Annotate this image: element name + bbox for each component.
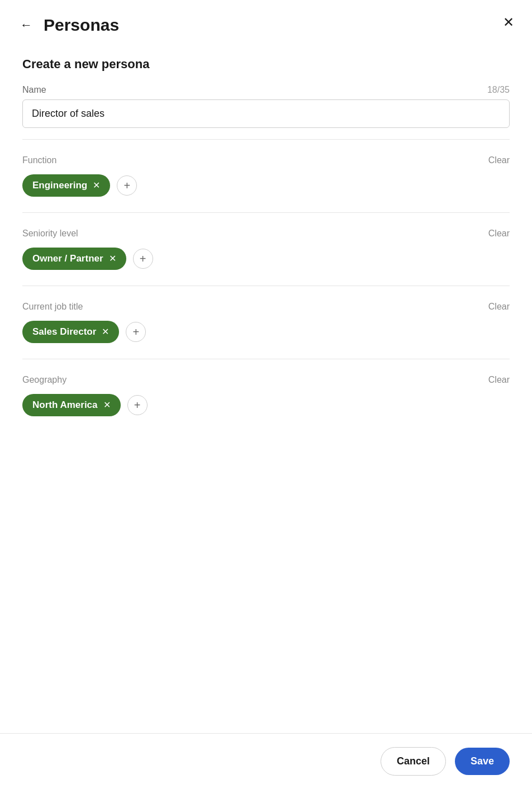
geography-tag-north-america: North America ✕ xyxy=(22,394,121,416)
cancel-button[interactable]: Cancel xyxy=(381,747,446,776)
geography-label: Geography xyxy=(22,375,66,385)
geography-section: Geography Clear North America ✕ + xyxy=(22,359,510,432)
function-tags-row: Engineering ✕ + xyxy=(22,174,510,197)
back-button[interactable]: ← xyxy=(18,16,35,35)
job-title-add-button[interactable]: + xyxy=(126,322,146,342)
content-area: Create a new persona Name 18/35 Function… xyxy=(0,44,532,733)
header: ← Personas ✕ xyxy=(0,0,532,44)
save-button[interactable]: Save xyxy=(455,748,510,775)
function-section: Function Clear Engineering ✕ + xyxy=(22,139,510,212)
job-title-tag-sales-director-remove[interactable]: ✕ xyxy=(102,327,109,336)
job-title-tag-sales-director: Sales Director ✕ xyxy=(22,321,119,343)
seniority-clear-button[interactable]: Clear xyxy=(488,229,510,239)
seniority-header: Seniority level Clear xyxy=(22,229,510,239)
seniority-section: Seniority level Clear Owner / Partner ✕ … xyxy=(22,212,510,286)
footer: Cancel Save xyxy=(0,733,532,789)
seniority-tag-owner-partner-label: Owner / Partner xyxy=(32,253,103,264)
function-tag-engineering-label: Engineering xyxy=(32,180,87,191)
function-label: Function xyxy=(22,155,56,165)
geography-tag-north-america-label: North America xyxy=(32,400,98,411)
name-label: Name xyxy=(22,85,46,95)
geography-header: Geography Clear xyxy=(22,375,510,385)
name-input[interactable] xyxy=(22,99,510,128)
seniority-add-button[interactable]: + xyxy=(133,249,153,269)
seniority-tag-owner-partner-remove[interactable]: ✕ xyxy=(109,254,116,263)
job-title-label: Current job title xyxy=(22,302,83,312)
geography-add-button[interactable]: + xyxy=(127,395,148,415)
name-counter: 18/35 xyxy=(487,85,510,95)
seniority-tags-row: Owner / Partner ✕ + xyxy=(22,248,510,270)
function-add-button[interactable]: + xyxy=(117,175,137,196)
function-tag-engineering-remove[interactable]: ✕ xyxy=(93,181,100,190)
job-title-clear-button[interactable]: Clear xyxy=(488,302,510,312)
close-button[interactable]: ✕ xyxy=(503,16,514,29)
seniority-label: Seniority level xyxy=(22,229,78,239)
job-title-section: Current job title Clear Sales Director ✕… xyxy=(22,286,510,359)
function-header: Function Clear xyxy=(22,155,510,165)
geography-tags-row: North America ✕ + xyxy=(22,394,510,416)
job-title-header: Current job title Clear xyxy=(22,302,510,312)
job-title-tag-sales-director-label: Sales Director xyxy=(32,326,96,338)
create-title: Create a new persona xyxy=(22,57,510,72)
function-tag-engineering: Engineering ✕ xyxy=(22,174,110,197)
geography-tag-north-america-remove[interactable]: ✕ xyxy=(103,401,111,410)
name-label-row: Name 18/35 xyxy=(22,85,510,95)
page-title: Personas xyxy=(44,16,119,35)
modal-container: ← Personas ✕ Create a new persona Name 1… xyxy=(0,0,532,789)
function-clear-button[interactable]: Clear xyxy=(488,155,510,165)
seniority-tag-owner-partner: Owner / Partner ✕ xyxy=(22,248,126,270)
geography-clear-button[interactable]: Clear xyxy=(488,375,510,385)
job-title-tags-row: Sales Director ✕ + xyxy=(22,321,510,343)
create-heading-group: Create a new persona Name 18/35 xyxy=(22,57,510,128)
